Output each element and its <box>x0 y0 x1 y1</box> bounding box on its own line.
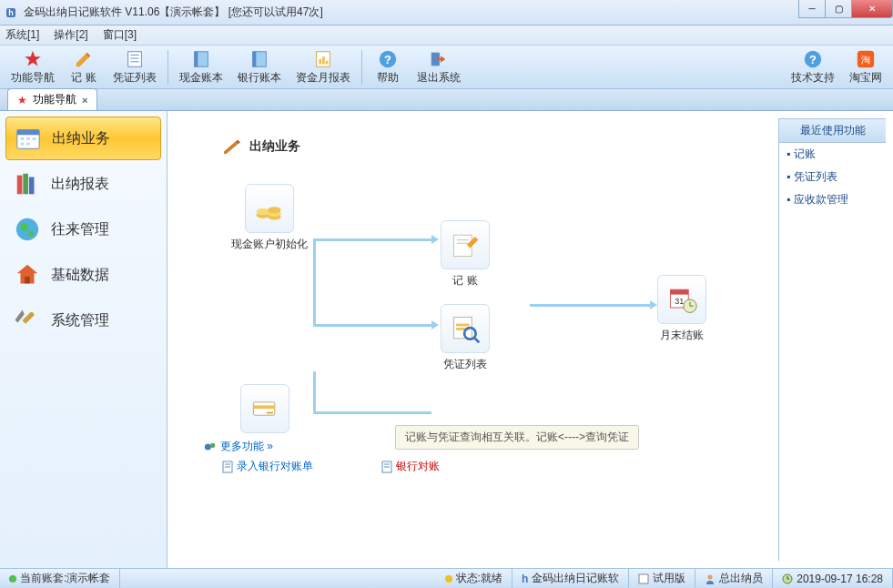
svg-rect-25 <box>33 137 36 140</box>
workflow-month-close[interactable]: 31 月末结账 <box>657 275 706 343</box>
svg-rect-12 <box>322 56 325 64</box>
toolbar-nav[interactable]: 功能导航 <box>4 47 62 87</box>
coins-icon <box>245 184 294 233</box>
svg-rect-23 <box>21 137 25 140</box>
recent-item[interactable]: 记账 <box>779 143 886 166</box>
nav-label: 基础数据 <box>51 266 109 285</box>
pencil-icon <box>73 49 95 69</box>
svg-rect-7 <box>195 51 198 66</box>
svg-rect-42 <box>456 324 469 327</box>
toolbar-vouchers[interactable]: 凭证列表 <box>106 47 164 87</box>
svg-rect-13 <box>326 60 329 64</box>
svg-rect-53 <box>253 405 274 409</box>
recent-item[interactable]: 凭证列表 <box>779 166 886 188</box>
doc-icon <box>222 461 233 473</box>
svg-rect-54 <box>267 412 273 414</box>
status-trial: 试用版 <box>629 569 695 588</box>
search-list-icon <box>441 304 490 353</box>
taobao-icon: 淘 <box>855 49 877 69</box>
svg-point-37 <box>268 207 280 213</box>
home-icon <box>13 260 42 289</box>
toolbar-taobao[interactable]: 淘 淘宝网 <box>842 47 889 87</box>
svg-rect-26 <box>21 143 25 146</box>
workflow-entry[interactable]: 记 账 <box>441 220 490 289</box>
svg-text:h: h <box>8 8 14 17</box>
nav-label: 系统管理 <box>51 311 109 330</box>
maximize-button[interactable]: ▢ <box>825 0 852 18</box>
toolbar-monthreport[interactable]: 资金月报表 <box>289 47 358 87</box>
workflow-vouchers[interactable]: 凭证列表 <box>441 304 490 372</box>
toolbar-separator <box>167 50 168 85</box>
more-functions-link[interactable]: 更多功能 » <box>204 439 273 454</box>
sidebar-item-cashier[interactable]: 出纳业务 <box>5 117 161 160</box>
svg-point-55 <box>205 443 211 450</box>
menubar: 系统[1] 操作[2] 窗口[3] <box>0 25 893 46</box>
tab-close-icon[interactable]: × <box>82 95 87 106</box>
tools-icon <box>13 306 42 335</box>
app-icon: h <box>4 5 18 20</box>
user-icon <box>705 573 715 584</box>
calendar-icon <box>14 124 43 153</box>
doc-icon <box>381 461 392 473</box>
workflow-title: 出纳业务 <box>222 138 300 155</box>
svg-point-56 <box>210 442 215 447</box>
globe-icon <box>13 215 42 244</box>
menu-operate[interactable]: 操作[2] <box>54 27 87 43</box>
gear-icon <box>204 441 217 453</box>
toolbar-tech-support[interactable]: ? 技术支持 <box>784 47 842 87</box>
star-icon: ★ <box>17 94 27 106</box>
sidebar-item-contacts[interactable]: 往来管理 <box>5 208 161 251</box>
nav-label: 出纳报表 <box>51 175 109 194</box>
tab-nav[interactable]: ★ 功能导航 × <box>7 88 97 110</box>
star-icon <box>22 49 44 69</box>
app-small-icon: h <box>522 573 528 585</box>
svg-rect-47 <box>670 289 688 294</box>
sidebar-item-sysmgmt[interactable]: 系统管理 <box>5 299 161 342</box>
toolbar-separator <box>361 50 362 85</box>
svg-text:淘: 淘 <box>861 54 870 64</box>
window-title: 金码出纳日记账软件 V11.06【演示帐套】 [您还可以试用47次] <box>24 5 323 20</box>
svg-text:31: 31 <box>675 297 684 306</box>
toolbar-entry[interactable]: 记 账 <box>62 47 106 87</box>
sidebar-item-basedata[interactable]: 基础数据 <box>5 253 161 297</box>
svg-rect-2 <box>128 51 142 66</box>
recent-panel: 最近使用功能 记账 凭证列表 应收款管理 <box>778 118 886 561</box>
book-icon <box>190 49 212 69</box>
minimize-button[interactable]: ─ <box>798 0 826 18</box>
toolbar-cashbook[interactable]: 现金账本 <box>172 47 230 87</box>
recent-header: 最近使用功能 <box>779 119 886 143</box>
close-button[interactable]: ✕ <box>851 0 893 18</box>
link-import-bank[interactable]: 录入银行对账单 <box>222 459 313 474</box>
toolbar: 功能导航 记 账 凭证列表 现金账本 银行账本 资金月报表 ? 帮助 退出系统 … <box>0 46 893 89</box>
link-bank-rec[interactable]: 银行对账 <box>381 459 440 474</box>
status-account: 当前账套:演示帐套 <box>0 569 120 588</box>
doc-icon <box>638 573 649 584</box>
list-icon <box>124 49 146 69</box>
menu-system[interactable]: 系统[1] <box>5 27 39 43</box>
workflow-bank-card[interactable] <box>240 384 289 437</box>
svg-rect-63 <box>639 574 648 583</box>
svg-rect-9 <box>253 51 257 66</box>
toolbar-bankbook[interactable]: 银行账本 <box>230 47 289 87</box>
books-icon <box>13 169 42 198</box>
note-pencil-icon <box>441 220 490 269</box>
sidebar-item-reports[interactable]: 出纳报表 <box>5 162 161 206</box>
svg-rect-22 <box>17 130 39 136</box>
status-app: h 金码出纳日记账软 <box>512 569 629 588</box>
statusbar: 当前账套:演示帐套 状态:就绪 h 金码出纳日记账软 试用版 总出纳员 2019… <box>0 568 893 588</box>
clock-icon <box>782 573 793 584</box>
toolbar-help[interactable]: ? 帮助 <box>366 47 410 87</box>
exit-icon <box>428 49 450 69</box>
tabstrip: ★ 功能导航 × <box>0 89 893 111</box>
tooltip: 记账与凭证查询相互关联。记账<---->查询凭证 <box>395 425 639 450</box>
svg-rect-29 <box>23 174 28 195</box>
toolbar-exit[interactable]: 退出系统 <box>410 47 468 87</box>
svg-rect-30 <box>29 177 35 195</box>
recent-item[interactable]: 应收款管理 <box>779 188 886 211</box>
sidebar: 出纳业务 出纳报表 往来管理 基础数据 系统管理 <box>0 111 167 568</box>
help-icon: ? <box>802 49 824 69</box>
tab-label: 功能导航 <box>33 92 76 107</box>
menu-window[interactable]: 窗口[3] <box>103 27 137 43</box>
status-state: 状态:就绪 <box>436 569 512 588</box>
workflow-init-cash[interactable]: 现金账户初始化 <box>231 184 308 252</box>
